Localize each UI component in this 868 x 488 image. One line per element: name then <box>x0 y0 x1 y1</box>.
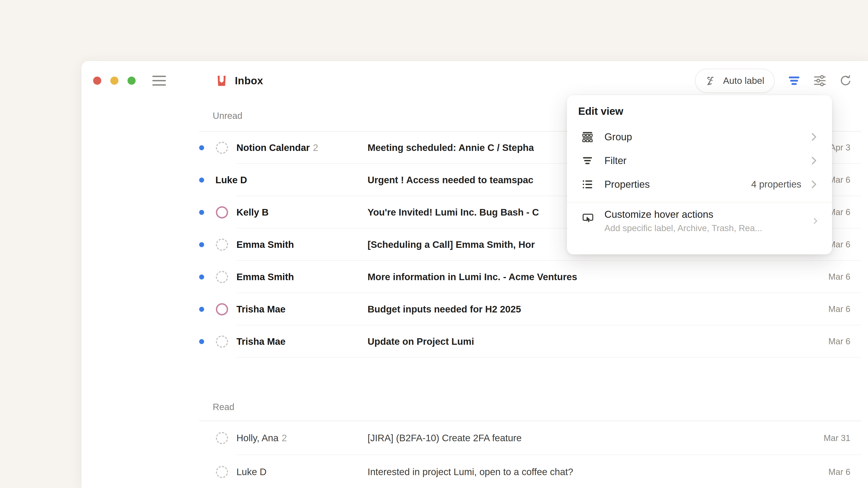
filter-active-icon[interactable] <box>788 74 800 87</box>
message-row[interactable]: Trisha Mae Budget inputs needed for H2 2… <box>81 293 868 325</box>
message-row[interactable]: Luke D Interested in project Lumi, open … <box>81 455 868 488</box>
auto-label-wand-icon <box>706 74 718 87</box>
menu-item-label: Group <box>604 131 632 142</box>
unread-dot <box>199 339 204 344</box>
menu-item-label: Customize hover actions <box>604 209 811 220</box>
message-subject: [JIRA] (B2FA-10) Create 2FA feature <box>368 433 817 444</box>
message-subject: Update on Project Lumi <box>368 336 822 347</box>
avatar <box>216 271 228 283</box>
unread-dot <box>199 210 204 215</box>
section-header-read: Read <box>81 358 868 421</box>
message-date: Mar 31 <box>824 433 850 443</box>
unread-dot <box>199 145 204 150</box>
menu-item-label: Filter <box>604 155 627 166</box>
sender-name: Holly, Ana <box>237 433 278 443</box>
sender-name: Luke D <box>215 175 247 185</box>
unread-dot <box>199 274 204 280</box>
message-subject: Budget inputs needed for H2 2025 <box>368 304 822 315</box>
message-date: Mar 6 <box>829 272 850 282</box>
menu-item-group[interactable]: Group <box>567 125 832 149</box>
sender-name: Emma Smith <box>237 239 294 250</box>
avatar <box>216 432 228 444</box>
unread-dot <box>199 307 204 312</box>
toolbar: Auto label <box>695 69 852 93</box>
avatar <box>216 466 228 478</box>
avatar <box>216 238 228 251</box>
group-icon <box>582 131 593 142</box>
message-row[interactable]: Holly, Ana2 [JIRA] (B2FA-10) Create 2FA … <box>81 421 868 455</box>
avatar <box>216 206 228 219</box>
desktop-background: Inbox Auto label <box>0 0 868 488</box>
minimize-window-button[interactable] <box>110 76 119 85</box>
unread-dot <box>199 242 204 247</box>
properties-count: 4 properties <box>751 179 801 190</box>
refresh-icon[interactable] <box>839 74 852 87</box>
thread-count: 2 <box>282 433 287 443</box>
hover-cursor-icon <box>582 212 594 224</box>
message-date: Mar 6 <box>829 304 850 314</box>
avatar <box>216 303 228 315</box>
menu-item-customize-hover-actions[interactable]: Customize hover actions Add specific lab… <box>567 202 832 233</box>
properties-list-icon <box>582 179 593 190</box>
menu-icon[interactable] <box>152 76 166 86</box>
message-subject: More information in Lumi Inc. - Acme Ven… <box>368 271 822 283</box>
sender-name: Emma Smith <box>237 271 294 282</box>
avatar <box>216 142 228 154</box>
titlebar: Inbox Auto label <box>81 61 868 100</box>
sender-name: Trisha Mae <box>237 336 285 347</box>
traffic-lights <box>93 76 135 85</box>
chevron-right-icon <box>808 179 819 190</box>
chevron-right-icon <box>811 217 819 225</box>
inbox-title-group: Inbox <box>215 74 263 87</box>
message-subject: Interested in project Lumi, open to a co… <box>368 466 822 477</box>
menu-item-description: Add specific label, Archive, Trash, Rea.… <box>604 223 811 233</box>
auto-label-button[interactable]: Auto label <box>695 69 775 93</box>
auto-label-button-label: Auto label <box>723 75 764 86</box>
page-title: Inbox <box>235 74 263 87</box>
message-row[interactable]: Emma Smith More information in Lumi Inc.… <box>81 261 868 293</box>
message-row[interactable]: Trisha Mae Update on Project Lumi Mar 6 <box>81 325 868 358</box>
sender-name: Notion Calendar <box>237 142 310 153</box>
sender-name: Kelly B <box>237 207 269 218</box>
chevron-right-icon <box>808 155 819 166</box>
menu-item-properties[interactable]: Properties 4 properties <box>567 172 832 196</box>
thread-count: 2 <box>313 142 318 153</box>
zoom-window-button[interactable] <box>127 76 135 85</box>
message-date: Mar 6 <box>829 337 850 346</box>
filter-icon <box>582 155 593 166</box>
edit-view-title: Edit view <box>567 95 832 117</box>
sender-name: Luke D <box>237 466 267 477</box>
inbox-icon <box>215 74 228 87</box>
avatar <box>216 335 228 348</box>
edit-view-panel: Edit view Group <box>567 95 832 254</box>
message-date: Mar 6 <box>829 467 850 477</box>
mail-window: Inbox Auto label <box>81 61 868 488</box>
menu-item-filter[interactable]: Filter <box>567 149 832 172</box>
sender-name: Trisha Mae <box>237 304 285 315</box>
menu-item-label: Properties <box>604 179 650 190</box>
close-window-button[interactable] <box>93 76 101 85</box>
message-date: Apr 3 <box>830 143 850 153</box>
view-settings-sliders-icon[interactable] <box>813 74 826 87</box>
unread-dot <box>199 177 204 183</box>
chevron-right-icon <box>808 131 819 142</box>
